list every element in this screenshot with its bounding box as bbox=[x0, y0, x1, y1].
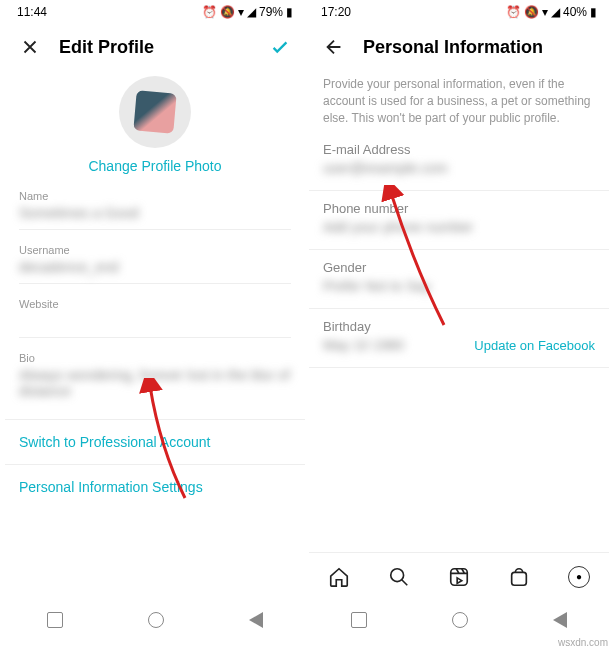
update-facebook-link[interactable]: Update on Facebook bbox=[474, 338, 595, 353]
status-time: 11:44 bbox=[17, 5, 47, 19]
battery-percent: 79% bbox=[259, 5, 283, 19]
website-field[interactable]: Website bbox=[19, 298, 291, 338]
bio-value: Always wondering, forever lost in the bl… bbox=[19, 367, 291, 399]
edit-profile-screen: 11:44 ⏰ 🔕 ▾ ◢ 79% ▮ Edit Profile Change … bbox=[5, 0, 305, 640]
shop-nav-icon[interactable] bbox=[508, 566, 530, 588]
svg-rect-2 bbox=[512, 572, 527, 585]
back-arrow-icon[interactable] bbox=[323, 36, 345, 58]
phone-value: Add your phone number bbox=[323, 219, 595, 235]
signal-icon: ◢ bbox=[247, 5, 256, 19]
profile-nav-icon[interactable]: ● bbox=[568, 566, 590, 588]
status-icons: ⏰ 🔕 ▾ ◢ 79% ▮ bbox=[202, 5, 293, 19]
username-field[interactable]: Username decadence_end bbox=[19, 244, 291, 284]
email-value: user@example.com bbox=[323, 160, 595, 176]
phone-field[interactable]: Phone number Add your phone number bbox=[309, 201, 609, 250]
back-icon[interactable] bbox=[249, 612, 263, 628]
gender-label: Gender bbox=[323, 260, 595, 275]
website-value bbox=[19, 313, 291, 331]
status-bar: 17:20 ⏰ 🔕 ▾ ◢ 40% ▮ bbox=[309, 0, 609, 24]
personal-info-settings-link[interactable]: Personal Information Settings bbox=[5, 465, 305, 509]
gender-value: Prefer Not to Say bbox=[323, 278, 595, 294]
back-icon[interactable] bbox=[553, 612, 567, 628]
header: Edit Profile bbox=[5, 24, 305, 70]
battery-percent: 40% bbox=[563, 5, 587, 19]
search-nav-icon[interactable] bbox=[388, 566, 410, 588]
personal-info-screen: 17:20 ⏰ 🔕 ▾ ◢ 40% ▮ Personal Information… bbox=[309, 0, 609, 640]
wifi-icon: ▾ bbox=[542, 5, 548, 19]
bottom-nav: ● bbox=[309, 552, 609, 600]
dnd-icon: 🔕 bbox=[524, 5, 539, 19]
reels-nav-icon[interactable] bbox=[448, 566, 470, 588]
username-value: decadence_end bbox=[19, 259, 291, 277]
page-title: Edit Profile bbox=[59, 37, 154, 58]
home-icon[interactable] bbox=[148, 612, 164, 628]
recent-apps-icon[interactable] bbox=[47, 612, 63, 628]
birthday-value: May 10 1980 bbox=[323, 337, 404, 353]
recent-apps-icon[interactable] bbox=[351, 612, 367, 628]
header: Personal Information bbox=[309, 24, 609, 70]
status-time: 17:20 bbox=[321, 5, 351, 19]
confirm-icon[interactable] bbox=[269, 36, 291, 58]
birthday-field[interactable]: Birthday May 10 1980 Update on Facebook bbox=[309, 319, 609, 368]
username-label: Username bbox=[19, 244, 291, 256]
name-field[interactable]: Name Sometimes a Good bbox=[19, 190, 291, 230]
bio-field[interactable]: Bio Always wondering, forever lost in th… bbox=[19, 352, 291, 405]
name-value: Sometimes a Good bbox=[19, 205, 291, 223]
signal-icon: ◢ bbox=[551, 5, 560, 19]
switch-professional-link[interactable]: Switch to Professional Account bbox=[5, 420, 305, 465]
alarm-icon: ⏰ bbox=[202, 5, 217, 19]
email-label: E-mail Address bbox=[323, 142, 595, 157]
battery-icon: ▮ bbox=[590, 5, 597, 19]
name-label: Name bbox=[19, 190, 291, 202]
system-nav bbox=[309, 600, 609, 640]
birthday-label: Birthday bbox=[323, 319, 404, 334]
change-photo-link[interactable]: Change Profile Photo bbox=[88, 158, 221, 174]
battery-icon: ▮ bbox=[286, 5, 293, 19]
website-label: Website bbox=[19, 298, 291, 310]
dnd-icon: 🔕 bbox=[220, 5, 235, 19]
gender-field[interactable]: Gender Prefer Not to Say bbox=[309, 260, 609, 309]
home-nav-icon[interactable] bbox=[328, 566, 350, 588]
home-icon[interactable] bbox=[452, 612, 468, 628]
watermark: wsxdn.com bbox=[558, 637, 608, 648]
system-nav bbox=[5, 600, 305, 640]
wifi-icon: ▾ bbox=[238, 5, 244, 19]
email-field[interactable]: E-mail Address user@example.com bbox=[309, 142, 609, 191]
page-title: Personal Information bbox=[363, 37, 543, 58]
phone-label: Phone number bbox=[323, 201, 595, 216]
alarm-icon: ⏰ bbox=[506, 5, 521, 19]
status-bar: 11:44 ⏰ 🔕 ▾ ◢ 79% ▮ bbox=[5, 0, 305, 24]
description: Provide your personal information, even … bbox=[309, 70, 609, 142]
avatar[interactable] bbox=[119, 76, 191, 148]
avatar-section: Change Profile Photo bbox=[5, 70, 305, 178]
status-icons: ⏰ 🔕 ▾ ◢ 40% ▮ bbox=[506, 5, 597, 19]
close-icon[interactable] bbox=[19, 36, 41, 58]
svg-point-0 bbox=[391, 568, 404, 581]
bio-label: Bio bbox=[19, 352, 291, 364]
